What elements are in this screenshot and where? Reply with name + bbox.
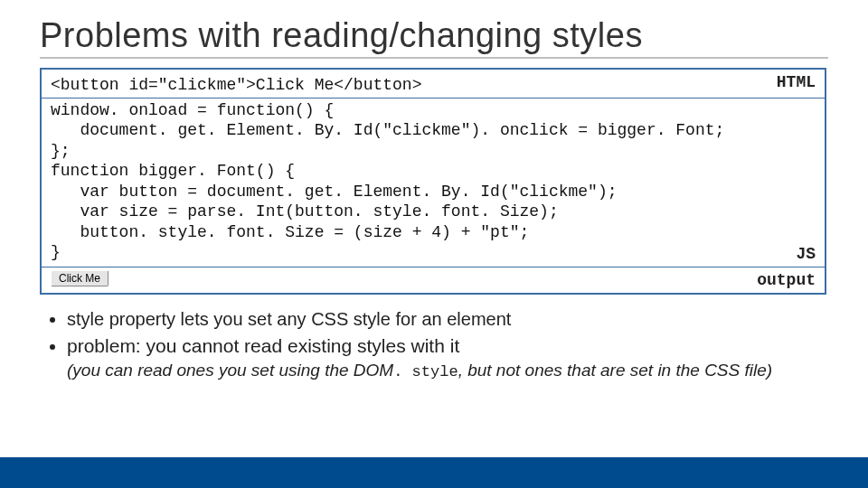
code-js: window. onload = function() { document. … [51,100,816,263]
title-underline [40,57,828,59]
bullet-2-sub-post: , but not ones that are set in the CSS f… [458,361,772,380]
lang-tag-html: HTML [777,73,816,91]
bullet-2-text: problem: you cannot read existing styles… [67,335,459,356]
code-row-html: HTML <button id="clickme">Click Me</butt… [42,70,825,99]
code-html: <button id="clickme">Click Me</button> [51,75,816,96]
code-box: HTML <button id="clickme">Click Me</butt… [40,68,826,295]
bullet-2-sub: (you can read ones you set using the DOM… [67,361,828,380]
bullet-2: problem: you cannot read existing styles… [67,335,828,380]
lang-tag-js: JS [796,245,816,263]
footer-bar [0,457,868,488]
bullet-2-sub-mono: . style [393,363,458,380]
bullet-1: style property lets you set any CSS styl… [67,309,828,330]
code-row-output: Click Me output [42,267,825,293]
output-button[interactable]: Click Me [51,270,108,286]
code-row-js: window. onload = function() { document. … [42,99,825,267]
bullet-2-sub-pre: (you can read ones you set using the DOM [67,361,393,380]
slide-title: Problems with reading/changing styles [40,16,828,55]
bullet-list: style property lets you set any CSS styl… [40,309,828,380]
lang-tag-output: output [757,271,816,289]
